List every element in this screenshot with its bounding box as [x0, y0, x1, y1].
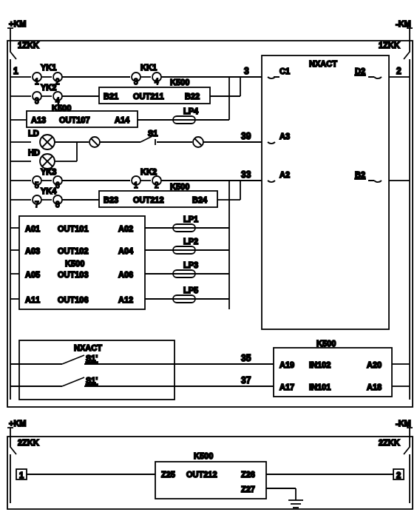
- out106: OUT106: [58, 295, 89, 304]
- z27: Z27: [241, 485, 255, 494]
- node-33: 33: [241, 169, 251, 180]
- yk3-pin-a: 5: [35, 181, 39, 189]
- k500-big-k: K500: [65, 259, 84, 268]
- lp3: LP3: [183, 260, 198, 269]
- a11: A11: [25, 295, 40, 304]
- kk1-pin-a: 3: [134, 78, 138, 86]
- k500-bottom-k: K500: [194, 451, 213, 460]
- breaker-1zkk-left: 1ZKK: [18, 41, 39, 50]
- a17: A17: [280, 383, 294, 391]
- k500-out212-k: K500: [170, 182, 189, 191]
- node-37: 37: [241, 375, 251, 386]
- contact-kk1: KK1: [140, 63, 157, 72]
- a05: A05: [25, 270, 40, 279]
- out103: OUT103: [58, 270, 89, 279]
- lamp-ld: LD: [28, 129, 39, 138]
- yk1-pin-a: 1: [35, 78, 39, 86]
- contact-yk1: YK1: [41, 63, 56, 72]
- svg-rect-5: [262, 55, 389, 329]
- lp4-label: LP4: [183, 107, 199, 115]
- a12: A12: [118, 295, 133, 304]
- in102: IN102: [309, 360, 331, 369]
- k500-out211-m: OUT211: [133, 92, 164, 101]
- k500-out212-m: OUT212: [133, 195, 164, 204]
- yk2-pin-a: 3: [35, 97, 39, 105]
- svg-line-37: [91, 138, 98, 146]
- a01: A01: [25, 224, 40, 233]
- breaker-2zkk-left: 2ZKK: [18, 438, 39, 447]
- nxact-a3: A3: [280, 132, 290, 141]
- nxact-lower-label: NXACT: [74, 343, 102, 352]
- nxact-label: NXACT: [309, 59, 337, 68]
- z26: Z26: [241, 470, 255, 479]
- a06: A06: [118, 270, 133, 279]
- nxact-d2: D2: [355, 67, 365, 75]
- nxact-s1p-a: S1': [86, 354, 98, 363]
- breaker-2zkk-right: 2ZKK: [379, 438, 400, 447]
- a20: A20: [367, 360, 382, 369]
- node-3: 3: [244, 66, 249, 76]
- node-2: 2: [396, 66, 402, 76]
- a03: A03: [25, 246, 40, 255]
- yk4-pin-b: 8: [55, 201, 60, 209]
- k500-out107-l: A13: [31, 115, 46, 124]
- out102: OUT102: [58, 246, 89, 255]
- svg-line-97: [62, 377, 84, 386]
- lamp-hd: HD: [28, 148, 40, 157]
- k500-out212-r: B24: [192, 195, 208, 204]
- k500-out211-k: K500: [170, 78, 189, 87]
- k500-out212-l: B23: [104, 195, 118, 204]
- kk2-pin-b: 2: [155, 181, 159, 189]
- lp1: LP1: [183, 215, 198, 223]
- rail-minus-km: -KM: [396, 19, 411, 28]
- k500-out211-r: B22: [185, 92, 200, 101]
- node-b1: 1: [19, 471, 24, 479]
- a18: A18: [367, 383, 382, 391]
- nxact-b2: B2: [355, 170, 365, 179]
- node-1: 1: [13, 66, 18, 76]
- kk2-pin-a: 1: [134, 181, 138, 189]
- contact-yk2: YK2: [41, 83, 56, 92]
- schematic-canvas: +KM -KM 1ZKK 1ZKK NXACT 1 YK1 1 2 KK1 3 …: [0, 0, 420, 515]
- kk1-pin-b: 4: [155, 78, 159, 86]
- a02: A02: [118, 224, 133, 233]
- k500-out211-l: B21: [104, 92, 118, 101]
- in101: IN101: [309, 383, 331, 391]
- rail-plus-km-bot: +KM: [9, 419, 27, 428]
- out101: OUT101: [58, 224, 89, 233]
- lp2: LP2: [183, 237, 198, 246]
- k500-out107-r: A14: [115, 115, 130, 124]
- z25: Z25: [161, 470, 175, 479]
- node-35: 35: [241, 353, 251, 363]
- rail-plus-km: +KM: [9, 19, 27, 28]
- k500-in-k: K500: [316, 339, 336, 348]
- a19: A19: [280, 360, 294, 369]
- node-b2: 2: [396, 471, 401, 479]
- svg-line-43: [194, 138, 202, 146]
- svg-line-93: [62, 355, 84, 364]
- nxact-a2: A2: [280, 170, 290, 179]
- a04: A04: [118, 246, 134, 255]
- lp5: LP5: [183, 286, 198, 294]
- contact-kk2: KK2: [140, 167, 157, 176]
- k500-out107-m: OUT107: [59, 115, 90, 124]
- out212-bot: OUT212: [186, 470, 217, 479]
- nxact-c1: C1: [280, 67, 290, 75]
- contact-yk4: YK4: [41, 186, 57, 195]
- breaker-1zkk-right: 1ZKK: [379, 41, 400, 50]
- nxact-s1p-b: S1': [86, 376, 98, 385]
- yk4-pin-a: 7: [35, 201, 39, 209]
- node-39: 39: [241, 131, 251, 141]
- contact-yk3: YK3: [41, 167, 56, 176]
- rail-minus-km-bot: -KM: [396, 419, 411, 428]
